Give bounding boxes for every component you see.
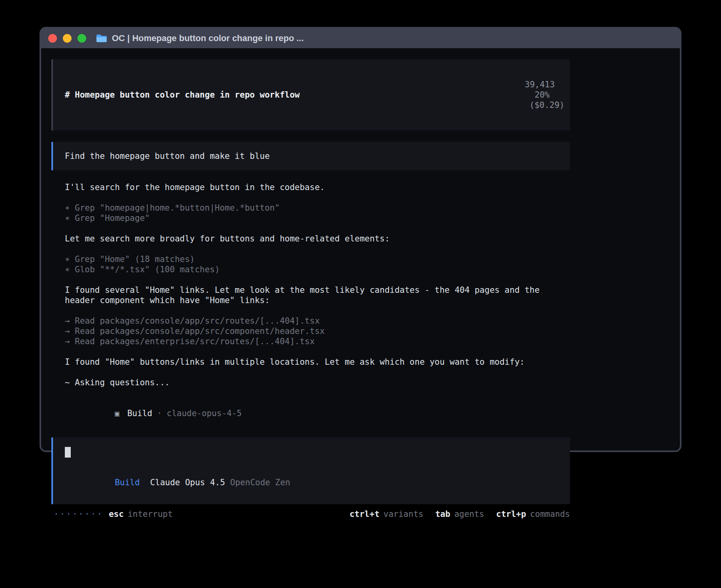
input-provider-label: OpenCode Zen [230, 478, 290, 487]
context-percent: 20% [534, 90, 549, 100]
prompt-input[interactable]: BuildClaude Opus 4.5OpenCode Zen [51, 437, 570, 504]
session-stats: 39,413 20% ($0.29) [475, 69, 564, 121]
agent-icon: ▣ [115, 409, 119, 418]
user-message-text: Find the homepage button and make it blu… [65, 151, 270, 161]
tool-call-line: → Read packages/enterprise/src/routes/[.… [65, 336, 568, 347]
assistant-text: Let me search more broadly for buttons a… [65, 234, 568, 244]
statusbar-left: ········escinterrupt [54, 509, 173, 519]
agent-name: Build [127, 409, 152, 418]
titlebar[interactable]: OC | Homepage button color change in rep… [41, 28, 680, 48]
input-mode-label[interactable]: Build [115, 478, 140, 487]
input-meta: BuildClaude Opus 4.5OpenCode Zen [65, 467, 564, 498]
token-count: 39,413 [525, 80, 555, 89]
assistant-transcript: I'll search for the homepage button in t… [65, 182, 568, 429]
user-message: Find the homepage button and make it blu… [51, 142, 570, 170]
assistant-text: I found several "Home" links. Let me loo… [65, 285, 568, 305]
shortcut-label-variants: variants [383, 509, 423, 519]
assistant-text: I found "Home" buttons/links in multiple… [65, 357, 568, 367]
shortcut-key-commands: ctrl+p [496, 509, 526, 519]
assistant-status-text: ~ Asking questions... [65, 377, 568, 388]
assistant-text: I'll search for the homepage button in t… [65, 182, 568, 192]
shortcut-key-variants: ctrl+t [349, 509, 379, 519]
tool-call-line: ∗ Grep "Home" (18 matches) [65, 254, 568, 264]
window-controls [48, 34, 86, 43]
session-title: # Homepage button color change in repo w… [65, 90, 300, 100]
terminal-content: # Homepage button color change in repo w… [41, 48, 680, 519]
tool-call-line: → Read packages/console/app/src/componen… [65, 326, 568, 336]
tool-call-line: → Read packages/console/app/src/routes/[… [65, 316, 568, 326]
esc-action-label: interrupt [128, 509, 173, 519]
window-title: OC | Homepage button color change in rep… [112, 33, 304, 43]
agent-separator: · [157, 409, 162, 418]
shortcut-label-agents: agents [454, 509, 484, 519]
spinner-dots: ········ [54, 509, 103, 519]
shortcut-label-commands: commands [530, 509, 570, 519]
minimize-button[interactable] [63, 34, 72, 43]
close-button[interactable] [48, 34, 57, 43]
esc-key-hint: esc [109, 509, 124, 519]
input-model-label: Claude Opus 4.5 [150, 478, 225, 487]
tool-call-line: ∗ Grep "homepage|home.*button|Home.*butt… [65, 203, 568, 213]
statusbar-right: ctrl+tvariantstabagentsctrl+pcommands [349, 509, 570, 519]
shortcut-key-agents: tab [435, 509, 450, 519]
window-title-area: OC | Homepage button color change in rep… [96, 33, 304, 43]
statusbar: ········escinterrupt ctrl+tvariantstabag… [51, 509, 570, 519]
session-cost: ($0.29) [529, 100, 564, 110]
session-header: # Homepage button color change in repo w… [51, 59, 570, 130]
agent-status-line: ▣Build·claude-opus-4-5 [65, 398, 568, 429]
zoom-button[interactable] [77, 34, 86, 43]
tool-call-line: ∗ Grep "Homepage" [65, 213, 568, 223]
folder-icon [96, 34, 108, 43]
agent-model: claude-opus-4-5 [167, 409, 242, 418]
text-cursor [65, 447, 71, 458]
tool-call-line: ∗ Glob "**/*.tsx" (100 matches) [65, 264, 568, 275]
terminal-window: OC | Homepage button color change in rep… [40, 27, 681, 452]
